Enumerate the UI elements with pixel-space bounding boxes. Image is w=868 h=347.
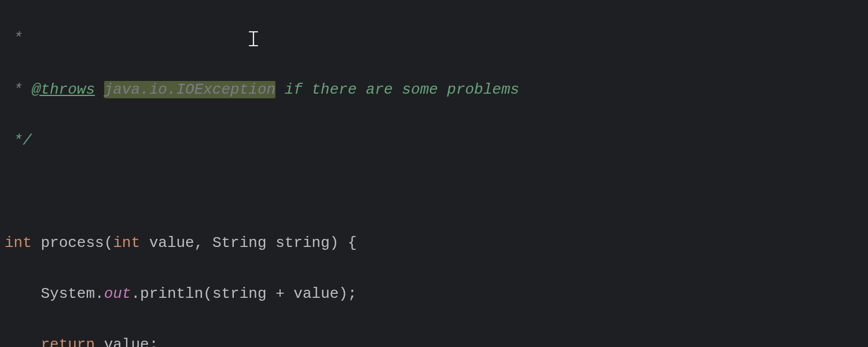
- var-string: string: [212, 285, 267, 302]
- indent: [5, 336, 41, 347]
- code-line[interactable]: *: [5, 25, 863, 51]
- selection-highlight: java.io.IOException: [104, 81, 275, 98]
- semicolon: ;: [149, 336, 159, 347]
- keyword-int: int: [5, 234, 32, 252]
- param-value: value: [149, 234, 194, 252]
- indent: [5, 285, 41, 302]
- javadoc-throws-tag: @throws: [32, 81, 95, 98]
- code-line[interactable]: * @throws java.io.IOException if there a…: [5, 77, 863, 102]
- comma: ,: [194, 234, 212, 252]
- javadoc-close: */: [5, 132, 32, 149]
- paren-open: (: [104, 234, 113, 252]
- plus-operator: +: [267, 285, 294, 302]
- brace-open: {: [339, 234, 356, 252]
- code-line-blank[interactable]: [5, 179, 863, 204]
- code-line[interactable]: System.out.println(string + value);: [5, 281, 863, 307]
- var-value: value: [293, 285, 339, 302]
- method-println: println: [140, 285, 203, 302]
- type-string: String: [212, 234, 267, 252]
- javadoc-class-ref: java.io.IOExcep: [104, 81, 240, 98]
- space: [95, 336, 104, 347]
- code-editor[interactable]: * * @throws java.io.IOException if there…: [0, 0, 868, 347]
- var-value: value: [104, 336, 149, 347]
- field-out: out: [104, 285, 131, 302]
- javadoc-star: *: [5, 81, 32, 98]
- javadoc-star: *: [5, 29, 23, 47]
- dot: .: [95, 285, 104, 302]
- space: [267, 234, 276, 252]
- javadoc-class-ref: ion: [248, 81, 275, 98]
- space: [140, 234, 149, 252]
- code-line[interactable]: int process(int value, String string) {: [5, 230, 863, 256]
- javadoc-description: if there are some problems: [275, 81, 519, 98]
- param-string: string: [275, 234, 330, 252]
- paren-close: ): [330, 234, 339, 252]
- keyword-return: return: [41, 336, 95, 347]
- semicolon: ;: [348, 285, 357, 302]
- code-line[interactable]: */: [5, 128, 863, 153]
- paren-close: ): [339, 285, 348, 302]
- dot: .: [131, 285, 140, 302]
- paren-open: (: [203, 285, 212, 302]
- class-system: System: [41, 285, 95, 302]
- javadoc-space: [95, 81, 104, 98]
- space: [32, 234, 41, 252]
- code-line[interactable]: return value;: [5, 332, 863, 347]
- javadoc-class-ref: t: [240, 81, 249, 98]
- keyword-int: int: [113, 234, 140, 252]
- method-name: process: [41, 234, 104, 252]
